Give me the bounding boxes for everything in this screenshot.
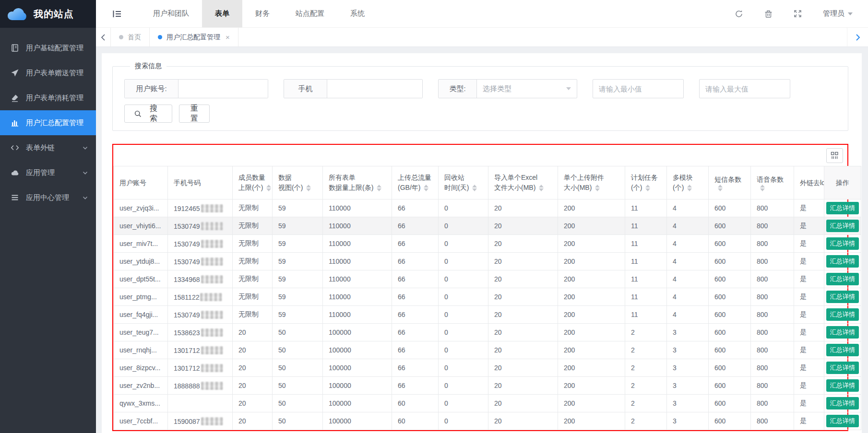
summary-detail-button[interactable]: 汇总详情 (826, 220, 859, 232)
value-cell: 66 (392, 324, 439, 341)
sort-icon[interactable] (424, 185, 428, 191)
value-cell: 无限制 (233, 217, 273, 235)
summary-detail-button[interactable]: 汇总详情 (826, 291, 859, 303)
sort-icon[interactable] (718, 185, 723, 191)
reset-button[interactable]: 重置 (179, 105, 210, 123)
value-cell: 是 (794, 412, 824, 430)
summary-detail-button[interactable]: 汇总详情 (826, 362, 859, 374)
summary-detail-button[interactable]: 汇总详情 (826, 273, 859, 285)
sidebar-item-7[interactable]: 应用中心管理 (0, 185, 96, 210)
trash-icon[interactable] (764, 10, 773, 18)
column-header-8[interactable]: 导入单个Excel文件大小(MB) (488, 166, 558, 199)
sidebar-item-1[interactable]: 用户基础配置管理 (0, 35, 96, 60)
redacted-phone-blur (201, 257, 223, 266)
max-value-input[interactable] (699, 79, 790, 98)
column-title: 用户账号 (119, 178, 167, 188)
column-header-3[interactable]: 成员数量上限(个) (233, 166, 273, 199)
sort-icon[interactable] (760, 185, 765, 191)
page-tab-1[interactable]: 首页 (110, 28, 150, 47)
column-header-5[interactable]: 所有表单数据量上限(条) (323, 166, 392, 199)
column-header-14: 外链去logo (794, 166, 824, 199)
sort-icon[interactable] (306, 185, 311, 191)
sidebar-item-2[interactable]: 用户表单赠送管理 (0, 60, 96, 85)
summary-detail-button[interactable]: 汇总详情 (826, 326, 859, 339)
sort-icon[interactable] (266, 185, 271, 191)
value-cell: 200 (558, 217, 625, 235)
value-cell: 110000 (323, 253, 392, 270)
search-icon (134, 110, 142, 117)
nav-tab-1[interactable]: 用户和团队 (140, 0, 202, 27)
type-label: 类型: (439, 80, 477, 98)
value-cell: 100000 (323, 412, 392, 430)
sort-icon[interactable] (472, 185, 477, 191)
summary-detail-button[interactable]: 汇总详情 (826, 415, 859, 427)
column-header-10[interactable]: 计划任务(个) (625, 166, 667, 199)
column-subtitle: 数据量上限(条) (329, 183, 392, 193)
nav-tab-3[interactable]: 财务 (242, 0, 283, 27)
sidebar: 我的站点 用户基础配置管理用户表单赠送管理用户表单消耗管理用户汇总配置管理表单外… (0, 0, 96, 433)
tabs-scroll-right-button[interactable] (847, 28, 868, 47)
value-cell: 是 (794, 359, 824, 377)
column-header-7[interactable]: 回收站时间(天) (439, 166, 488, 199)
account-input[interactable] (178, 80, 268, 98)
admin-menu[interactable]: 管理员 (823, 9, 853, 18)
phone-cell: 1530749 (168, 217, 233, 235)
column-subtitle: (GB/年) (398, 183, 438, 193)
summary-detail-button[interactable]: 汇总详情 (826, 379, 859, 392)
column-header-9[interactable]: 单个上传附件大小(MB) (558, 166, 625, 199)
summary-detail-button[interactable]: 汇总详情 (826, 255, 859, 268)
value-cell: 50 (273, 377, 323, 395)
account-cell: user_teug7... (114, 324, 168, 341)
summary-detail-button[interactable]: 汇总详情 (826, 308, 859, 321)
nav-tab-5[interactable]: 系统 (337, 0, 378, 27)
value-cell: 无限制 (233, 306, 273, 324)
sort-icon[interactable] (377, 185, 381, 191)
column-title: 计划任务 (631, 173, 666, 183)
summary-detail-button[interactable]: 汇总详情 (826, 344, 859, 356)
value-cell: 4 (667, 306, 709, 324)
value-cell: 20 (488, 253, 558, 270)
sidebar-item-4[interactable]: 用户汇总配置管理 (0, 110, 96, 135)
summary-detail-button[interactable]: 汇总详情 (826, 202, 859, 214)
refresh-icon[interactable] (735, 10, 743, 18)
value-cell: 600 (709, 412, 751, 430)
column-header-12[interactable]: 短信条数 (709, 166, 751, 199)
site-logo[interactable]: 我的站点 (0, 0, 96, 28)
summary-detail-button[interactable]: 汇总详情 (826, 397, 859, 410)
summary-detail-button[interactable]: 汇总详情 (826, 237, 859, 250)
column-header-6[interactable]: 上传总流量(GB/年) (392, 166, 439, 199)
min-value-input[interactable] (593, 79, 684, 98)
column-subtitle: 时间(天) (444, 183, 488, 193)
column-settings-button[interactable] (826, 148, 843, 163)
sort-icon[interactable] (645, 185, 650, 191)
account-cell: user_vhiyti6... (114, 217, 168, 235)
phone-cell: 1912465 (168, 199, 233, 217)
column-header-11[interactable]: 多模块(个) (667, 166, 709, 199)
sidebar-item-5[interactable]: 表单外链 (0, 135, 96, 160)
search-button[interactable]: 搜 索 (124, 105, 172, 123)
close-icon[interactable]: × (226, 34, 230, 41)
column-subtitle (714, 185, 750, 191)
nav-tab-2[interactable]: 表单 (202, 0, 242, 27)
phone-input[interactable] (327, 80, 422, 98)
tabs-scroll-left-button[interactable] (96, 28, 110, 47)
sort-icon[interactable] (687, 185, 692, 191)
type-select[interactable]: 选择类型 (477, 80, 577, 98)
nav-tab-4[interactable]: 站点配置 (283, 0, 337, 27)
column-header-4[interactable]: 数据视图(个) (273, 166, 323, 199)
page-tab-2[interactable]: 用户汇总配置管理× (150, 28, 238, 47)
value-cell: 66 (392, 253, 439, 270)
sidebar-item-3[interactable]: 用户表单消耗管理 (0, 85, 96, 110)
value-cell: 66 (392, 217, 439, 235)
page-tab-label: 首页 (128, 33, 141, 42)
account-cell: user_7ccbf... (114, 412, 168, 430)
table-row: user_vhiyti6...1530749无限制591100006602020… (114, 217, 861, 235)
sidebar-item-6[interactable]: 应用管理 (0, 160, 96, 185)
value-cell: 0 (439, 288, 488, 306)
column-header-13[interactable]: 语音条数 (751, 166, 794, 199)
sort-icon[interactable] (595, 185, 600, 191)
fullscreen-icon[interactable] (794, 10, 802, 18)
sort-icon[interactable] (539, 185, 544, 191)
menu-fold-icon[interactable] (112, 10, 122, 18)
site-name: 我的站点 (34, 8, 74, 21)
